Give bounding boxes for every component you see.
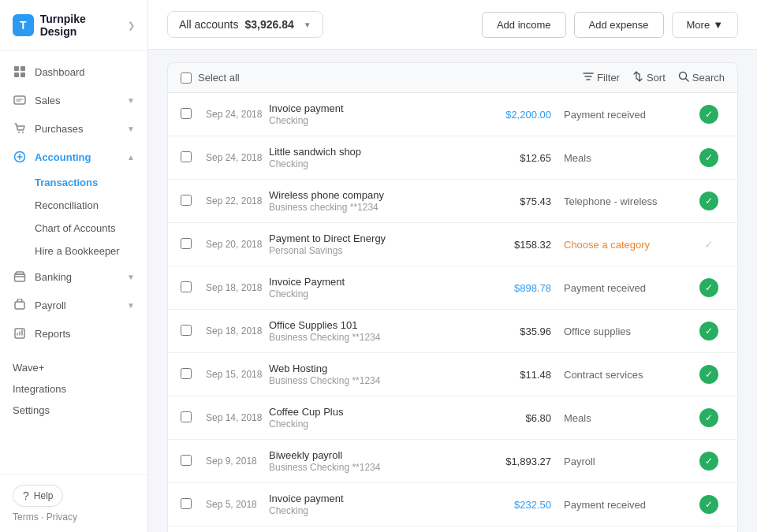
search-label: Search (692, 72, 725, 84)
row-status: ✓ (693, 278, 725, 297)
row-date: Sep 9, 2018 (206, 456, 269, 467)
help-label: Help (34, 490, 54, 501)
banking-icon (13, 270, 27, 284)
topbar: All accounts $3,926.84 ▼ Add income Add … (148, 0, 757, 50)
search-button[interactable]: Search (678, 71, 725, 84)
sidebar-item-integrations[interactable]: Integrations (13, 378, 135, 400)
row-select-checkbox[interactable] (181, 325, 192, 336)
row-subtitle: Business Checking **1234 (269, 332, 480, 343)
sort-button[interactable]: Sort (632, 71, 666, 84)
add-income-label: Add income (497, 19, 551, 31)
sidebar-item-reports[interactable]: Reports (0, 319, 147, 348)
help-button[interactable]: ? Help (13, 485, 63, 507)
sidebar-item-dashboard[interactable]: Dashboard (0, 58, 147, 86)
sidebar-item-banking[interactable]: Banking ▼ (0, 262, 147, 291)
payroll-icon (13, 298, 27, 312)
row-title: Web Hosting (269, 363, 480, 374)
table-row[interactable]: Sep 22, 2018 Wireless phone company Busi… (168, 180, 737, 223)
table-row[interactable]: Sep 18, 2018 Office Supplies 101 Busines… (168, 310, 737, 353)
table-row[interactable]: Sep 14, 2018 Coffee Cup Plus Checking $6… (168, 396, 737, 440)
terms-link[interactable]: Terms (13, 512, 39, 523)
row-select-checkbox[interactable] (181, 238, 192, 249)
row-subtitle: Checking (269, 419, 480, 430)
search-icon (678, 71, 689, 84)
sidebar-item-label: Banking (35, 271, 72, 283)
sidebar-item-hire-bookkeeper[interactable]: Hire a Bookkeeper (35, 240, 147, 262)
sidebar-item-label: Purchases (35, 123, 83, 135)
table-row[interactable]: Sep 3, 2018 Gas stop Checking $70.00 Tra… (168, 526, 737, 532)
status-check-icon: ✓ (699, 192, 718, 210)
row-description: Invoice payment Checking (269, 102, 480, 126)
row-title: Office Supplies 101 (269, 319, 480, 331)
status-empty-icon: ✓ (699, 235, 718, 254)
row-select-checkbox[interactable] (181, 411, 192, 422)
row-amount: $12.65 (480, 152, 551, 164)
sidebar-item-purchases[interactable]: Purchases ▼ (0, 114, 147, 143)
table-row[interactable]: Sep 20, 2018 Payment to Direct Energy Pe… (168, 223, 737, 266)
sidebar-logo[interactable]: T Turnpike Design ❯ (0, 0, 147, 51)
row-amount: $158.32 (480, 239, 551, 251)
more-chevron-icon: ▼ (713, 19, 723, 31)
add-expense-label: Add expense (589, 19, 649, 31)
sidebar-item-reconciliation[interactable]: Reconciliation (35, 194, 147, 217)
row-checkbox[interactable] (181, 325, 196, 338)
table-row[interactable]: Sep 24, 2018 Little sandwich shop Checki… (168, 136, 737, 180)
row-checkbox[interactable] (181, 108, 196, 121)
sidebar-item-payroll[interactable]: Payroll ▼ (0, 291, 147, 319)
row-checkbox[interactable] (181, 368, 196, 381)
sidebar-item-wave-plus[interactable]: Wave+ (13, 357, 135, 378)
filter-button[interactable]: Filter (583, 71, 620, 84)
svg-rect-0 (14, 66, 19, 71)
sidebar-item-transactions[interactable]: Transactions (35, 171, 147, 194)
add-expense-button[interactable]: Add expense (574, 12, 664, 38)
row-amount: $75.43 (480, 195, 551, 207)
add-income-button[interactable]: Add income (482, 12, 566, 38)
row-select-checkbox[interactable] (181, 455, 192, 466)
row-checkbox[interactable] (181, 151, 196, 165)
row-title: Invoice payment (269, 493, 480, 504)
row-amount: $1,893.27 (480, 456, 551, 467)
row-checkbox[interactable] (181, 238, 196, 251)
purchases-icon (13, 121, 27, 136)
sidebar-item-label: Dashboard (35, 66, 85, 78)
row-checkbox[interactable] (181, 281, 196, 295)
table-row[interactable]: Sep 24, 2018 Invoice payment Checking $2… (168, 93, 737, 136)
row-select-checkbox[interactable] (181, 368, 192, 379)
row-select-checkbox[interactable] (181, 498, 192, 509)
sidebar-footer: ? Help Terms · Privacy (0, 474, 147, 532)
table-row[interactable]: Sep 18, 2018 Invoice Payment Checking $8… (168, 266, 737, 310)
transactions-table-container: Select all Filter Sort (148, 50, 757, 532)
row-checkbox[interactable] (181, 411, 196, 425)
sidebar-item-settings[interactable]: Settings (13, 400, 135, 421)
help-icon: ? (23, 489, 29, 502)
row-description: Payment to Direct Energy Personal Saving… (269, 233, 480, 256)
row-checkbox[interactable] (181, 195, 196, 208)
account-label: All accounts (179, 18, 238, 31)
table-row[interactable]: Sep 5, 2018 Invoice payment Checking $23… (168, 483, 737, 526)
table-row[interactable]: Sep 9, 2018 Biweekly payroll Business Ch… (168, 440, 737, 483)
sidebar-collapse-icon[interactable]: ❯ (128, 20, 135, 31)
sidebar-item-chart-of-accounts[interactable]: Chart of Accounts (35, 217, 147, 240)
row-title: Payment to Direct Energy (269, 233, 480, 244)
footer-separator: · (41, 512, 47, 523)
select-all-checkbox[interactable] (181, 73, 192, 84)
privacy-link[interactable]: Privacy (47, 512, 77, 523)
row-select-checkbox[interactable] (181, 108, 192, 119)
sidebar-extra: Wave+ Integrations Settings (0, 354, 147, 424)
select-all-label: Select all (198, 72, 240, 84)
account-selector[interactable]: All accounts $3,926.84 ▼ (167, 11, 323, 38)
row-subtitle: Business Checking **1234 (269, 375, 480, 386)
more-button[interactable]: More ▼ (672, 12, 739, 38)
row-checkbox[interactable] (181, 498, 196, 512)
row-date: Sep 20, 2018 (206, 239, 269, 250)
row-select-checkbox[interactable] (181, 195, 192, 206)
row-checkbox[interactable] (181, 455, 196, 468)
row-date: Sep 24, 2018 (206, 152, 269, 163)
sidebar-item-accounting[interactable]: Accounting ▲ (0, 143, 147, 171)
row-category: Payment received (551, 499, 693, 511)
table-row[interactable]: Sep 15, 2018 Web Hosting Business Checki… (168, 353, 737, 396)
row-category[interactable]: Choose a category (551, 239, 693, 251)
row-select-checkbox[interactable] (181, 281, 192, 292)
sidebar-item-sales[interactable]: Sales ▼ (0, 86, 147, 114)
row-select-checkbox[interactable] (181, 151, 192, 162)
